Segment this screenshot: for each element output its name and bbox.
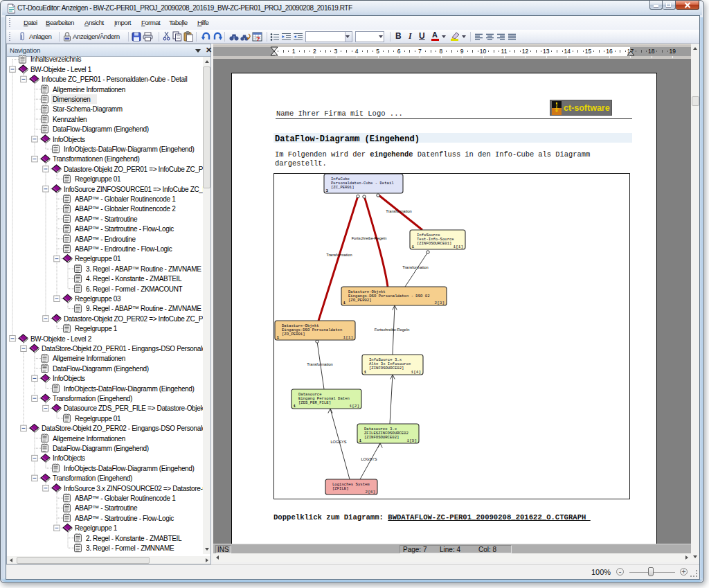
- svg-text:1: 1: [343, 301, 346, 305]
- svg-text:Transformation: Transformation: [386, 209, 411, 213]
- svg-text:ABAP™ - Globaler Routinencode: ABAP™ - Globaler Routinencode 1: [75, 195, 176, 203]
- svg-text:InfoObjects-DataFlow-Diagramm: InfoObjects-DataFlow-Diagramm (Eingehend…: [64, 465, 195, 472]
- svg-text:LOGSYS: LOGSYS: [361, 457, 377, 461]
- svg-text:Transformationen (Eingehend): Transformationen (Eingehend): [53, 155, 139, 163]
- svg-text:DataStore-Objekt ZO_PER01 - Ei: DataStore-Objekt ZO_PER01 - Eingangs-DSO…: [42, 345, 203, 353]
- svg-text:ABAP™ - Globaler Routinencode: ABAP™ - Globaler Routinencode 2: [75, 205, 176, 213]
- svg-text:1: 1: [359, 438, 362, 443]
- svg-text:Inhaltsverzeichnis: Inhaltsverzeichnis: [30, 55, 82, 63]
- svg-text:InfoObjects: InfoObjects: [53, 454, 85, 462]
- svg-text:DataStore-Objekt ZO_PER02 - Ei: DataStore-Objekt ZO_PER02 - Eingangs-DSO…: [42, 425, 203, 432]
- svg-text:InfoObjects-DataFlow-Diagramm: InfoObjects-DataFlow-Diagramm (Eingehend…: [64, 385, 195, 393]
- svg-text:BW-Objekte - Level 1: BW-Objekte - Level 1: [30, 66, 92, 73]
- svg-text:ABAP™ - Startroutine - Flow-Lo: ABAP™ - Startroutine - Flow-Logic: [75, 515, 174, 522]
- svg-text:Star-Schema-Diagramm: Star-Schema-Diagramm: [53, 105, 123, 113]
- svg-text:[ZO_PER01]: [ZO_PER01]: [282, 332, 305, 337]
- svg-text:1[5]: 1[5]: [407, 438, 417, 443]
- svg-text:[ZFILE]: [ZFILE]: [332, 486, 349, 491]
- svg-text:3: 3: [326, 188, 329, 193]
- svg-text:Regelgruppe 01: Regelgruppe 01: [75, 175, 121, 183]
- svg-text:ABAP™ - Globaler Routinencode: ABAP™ - Globaler Routinencode 1: [75, 495, 176, 502]
- svg-text:9. Regel - ABAP™ Routine - ZMV: 9. Regel - ABAP™ Routine - ZMVNAME: [86, 305, 201, 312]
- svg-text:Regelgruppe 01: Regelgruppe 01: [75, 255, 121, 262]
- svg-text:Fortschreibe-Regeln: Fortschreibe-Regeln: [375, 328, 410, 332]
- svg-text:1: 1: [294, 404, 296, 409]
- svg-text:Transformation: Transformation: [307, 362, 332, 366]
- svg-text:Regelgruppe 03: Regelgruppe 03: [75, 295, 121, 303]
- svg-text:Fortschreibe-Regeln: Fortschreibe-Regeln: [352, 236, 387, 240]
- svg-text:1[2]: 1[2]: [350, 404, 359, 409]
- svg-text:InfoObjects: InfoObjects: [53, 375, 85, 382]
- svg-text:1: 1: [277, 335, 280, 340]
- svg-text:ABAP™ - Startroutine - Flow-Lo: ABAP™ - Startroutine - Flow-Logic: [75, 225, 174, 233]
- svg-text:2[3]: 2[3]: [435, 301, 445, 305]
- svg-text:3. Regel - Formel - ZMNNAME: 3. Regel - Formel - ZMNNAME: [86, 544, 174, 552]
- svg-text:DataFlow-Diagramm (Eingehend): DataFlow-Diagramm (Eingehend): [53, 445, 149, 452]
- svg-text:Regelgruppe 1: Regelgruppe 1: [75, 325, 118, 332]
- svg-text:BW-Objekte - Level 2: BW-Objekte - Level 2: [30, 335, 92, 343]
- svg-text:Transformation: Transformation: [402, 265, 428, 269]
- svg-text:InfoObjects: InfoObjects: [53, 136, 85, 143]
- svg-text:InfoSource ZINFOSOURCE01 => In: InfoSource ZINFOSOURCE01 => InfoCube ZC_…: [64, 186, 203, 193]
- svg-text:Regelgruppe 1: Regelgruppe 1: [75, 524, 118, 532]
- svg-text:[ZDS_PER_FILE]: [ZDS_PER_FILE]: [298, 400, 331, 405]
- svg-text:ABAP™ - Endroutine - Flow-Logi: ABAP™ - Endroutine - Flow-Logic: [75, 245, 172, 253]
- svg-text:InfoObjects-DataFlow-Diagramm: InfoObjects-DataFlow-Diagramm (Eingehend…: [64, 145, 195, 153]
- svg-text:2[6]: 2[6]: [366, 490, 375, 495]
- svg-text:Regelgruppe 01: Regelgruppe 01: [75, 415, 121, 422]
- svg-text:3. Regel - ABAP™ Routine - ZMV: 3. Regel - ABAP™ Routine - ZMVNAME: [86, 265, 201, 273]
- svg-text:Datastore-Objekt ZO_PER01 => I: Datastore-Objekt ZO_PER01 => InfoCube ZC…: [64, 166, 203, 173]
- svg-text:InfoSource 3.x ZINFOSOURCE02 =: InfoSource 3.x ZINFOSOURCE02 => Datastor…: [64, 485, 203, 492]
- svg-text:ABAP™ - Startroutine: ABAP™ - Startroutine: [75, 215, 138, 223]
- svg-text:Transformation (Eingehend): Transformation (Eingehend): [53, 474, 132, 482]
- svg-text:ABAP™ - Endroutine: ABAP™ - Endroutine: [75, 235, 136, 243]
- svg-text:1[1]: 1[1]: [343, 335, 353, 340]
- svg-text:1[1]: 1[1]: [454, 244, 463, 249]
- svg-text:[ZINFOSOURCE01]: [ZINFOSOURCE01]: [417, 241, 451, 246]
- svg-text:DataFlow-Diagramm (Eingehend): DataFlow-Diagramm (Eingehend): [53, 125, 149, 133]
- svg-text:[ZO_PER02]: [ZO_PER02]: [348, 298, 372, 303]
- svg-text:4. Regel - Konstante - ZMABTEI: 4. Regel - Konstante - ZMABTEIL: [86, 275, 182, 283]
- svg-text:?: ?: [256, 35, 260, 42]
- svg-text:Allgemeine Informationen: Allgemeine Informationen: [53, 86, 125, 93]
- svg-text:[ZINFOSOURCE02]: [ZINFOSOURCE02]: [364, 435, 399, 440]
- svg-text:6. Regel - Formel - ZKMACOUNT: 6. Regel - Formel - ZKMACOUNT: [86, 285, 183, 293]
- svg-text:1[4]: 1[4]: [411, 370, 421, 375]
- svg-text:1: 1: [412, 244, 415, 249]
- svg-text:[ZC_PER01]: [ZC_PER01]: [331, 185, 354, 190]
- svg-text:Datasource ZDS_PER_FILE => Dat: Datasource ZDS_PER_FILE => Datastore-Obj…: [64, 404, 203, 412]
- svg-text:Datastore-Objekt ZO_PER02 => I: Datastore-Objekt ZO_PER02 => InfoCube ZC…: [64, 315, 203, 323]
- svg-text:ABAP™ - Startroutine: ABAP™ - Startroutine: [75, 504, 138, 512]
- svg-text:Allgemeine Informationen: Allgemeine Informationen: [53, 435, 125, 443]
- svg-text:Dimensionen: Dimensionen: [53, 96, 91, 103]
- svg-text:1: 1: [364, 370, 367, 375]
- svg-text:Allgemeine Informationen: Allgemeine Informationen: [53, 355, 125, 362]
- svg-text:Transformation: Transformation: [326, 253, 352, 257]
- svg-text:LOGSYS: LOGSYS: [330, 440, 346, 444]
- svg-text:DataFlow-Diagramm (Eingehend): DataFlow-Diagramm (Eingehend): [53, 365, 149, 373]
- svg-text:[ZINFOSOURCE02]: [ZINFOSOURCE02]: [369, 366, 404, 371]
- svg-text:Transformation (Eingehend): Transformation (Eingehend): [53, 395, 132, 402]
- svg-text:Kennzahlen: Kennzahlen: [53, 116, 87, 123]
- svg-text:2. Regel - Konstante - ZMABTEI: 2. Regel - Konstante - ZMABTEIL: [86, 535, 182, 542]
- svg-text:Infocube ZC_PER01 - Personalda: Infocube ZC_PER01 - Personaldaten-Cube -…: [42, 75, 187, 83]
